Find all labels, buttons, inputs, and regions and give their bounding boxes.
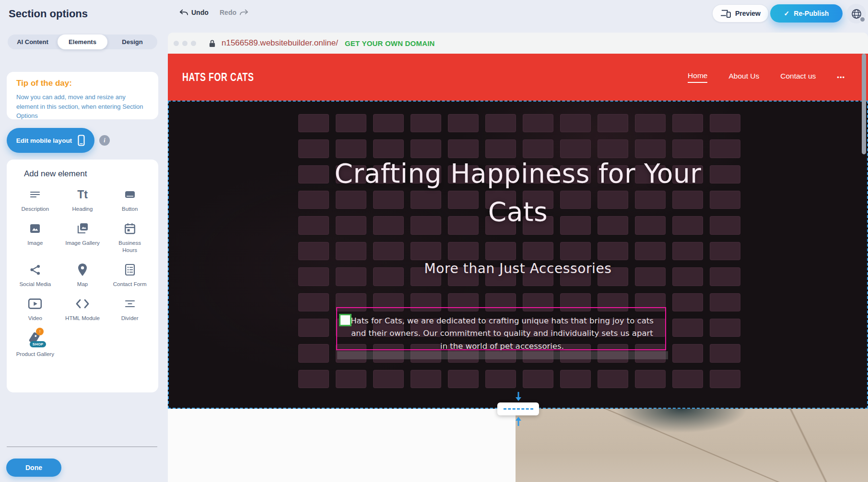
element-grid: Description Tt Heading Button Image (12, 187, 153, 358)
hero-tile (298, 267, 329, 286)
redo-icon (240, 9, 248, 16)
hero-tile (710, 344, 740, 362)
hero-tile (336, 370, 366, 388)
hero-tile (710, 370, 740, 388)
hero-tile (448, 114, 479, 132)
browser-bar: n1566589.websitebuilder.online/ GET YOUR… (168, 33, 868, 54)
upgrade-arrow-badge: ↑ (36, 328, 44, 335)
redo-button[interactable]: Redo (220, 9, 248, 16)
hero-paragraph[interactable]: Hats for Cats, we are dedicated to craft… (351, 315, 654, 353)
hero-tile (672, 293, 703, 311)
nav-home[interactable]: Home (688, 71, 707, 83)
site-logo[interactable]: HATS FOR CATS (182, 70, 254, 84)
hero-tile (373, 114, 404, 132)
nav-contact-us[interactable]: Contact us (780, 72, 816, 82)
hero-tile (523, 114, 553, 132)
nav-about-us[interactable]: About Us (728, 72, 759, 82)
tab-ai-content[interactable]: AI Content (8, 34, 58, 49)
edit-mobile-layout-button[interactable]: Edit mobile layout (7, 128, 94, 153)
selected-text-element[interactable]: Hats for Cats, we are dedicated to craft… (336, 307, 666, 350)
video-icon (28, 297, 42, 311)
globe-status-dot (859, 16, 866, 23)
social-media-icon (29, 263, 41, 277)
tab-design[interactable]: Design (107, 34, 157, 49)
map-icon (77, 263, 88, 277)
hero-heading[interactable]: Crafting Happiness for Your Cats (321, 154, 715, 231)
hero-tile (560, 114, 591, 132)
add-new-element-title: Add new element (24, 169, 153, 179)
edit-mobile-layout-label: Edit mobile layout (16, 137, 72, 144)
section-resize-handle[interactable] (497, 402, 539, 415)
page-scrollbar[interactable] (862, 54, 866, 154)
element-html-module[interactable]: HTML Module (59, 297, 106, 322)
image-gallery-icon (76, 221, 89, 236)
element-heading[interactable]: Tt Heading (59, 187, 106, 213)
tip-title: Tip of the day: (16, 79, 149, 88)
element-divider[interactable]: Divider (106, 297, 153, 322)
hero-tile (298, 114, 329, 132)
nav-more-button[interactable]: ••• (837, 74, 845, 81)
hero-tile (523, 242, 553, 260)
hero-tile (598, 114, 628, 132)
element-description[interactable]: Description (12, 187, 59, 213)
get-your-own-domain-link[interactable]: GET YOUR OWN DOMAIN (345, 39, 435, 47)
hero-tile (710, 242, 740, 260)
hero-tile (336, 114, 366, 132)
hero-tile (411, 370, 441, 388)
info-icon[interactable]: i (99, 135, 110, 146)
contact-form-icon (124, 263, 136, 277)
next-section-photo[interactable] (516, 409, 868, 482)
hero-tile (373, 370, 404, 388)
hero-tile (672, 242, 703, 260)
tab-elements[interactable]: Elements (58, 34, 107, 49)
hero-tile (523, 370, 553, 388)
lock-icon (209, 39, 216, 47)
hero-tile (373, 242, 404, 260)
next-section-white[interactable] (168, 409, 516, 482)
hero-tile (485, 370, 516, 388)
button-icon (123, 187, 137, 202)
element-social-media[interactable]: Social Media (12, 263, 59, 288)
hero-tile (635, 114, 666, 132)
divider-icon (123, 297, 137, 311)
hero-tile (298, 319, 329, 337)
element-image[interactable]: Image (12, 221, 59, 254)
hero-subheading[interactable]: More than Just Accessories (350, 261, 686, 276)
site-header: HATS FOR CATS Home About Us Contact us •… (168, 54, 868, 101)
element-button[interactable]: Button (106, 187, 153, 213)
tip-body: Now you can add, move and resize any ele… (16, 92, 149, 121)
shop-badge: SHOP (30, 341, 46, 347)
element-business-hours[interactable]: Business Hours (106, 221, 153, 254)
hero-tile (598, 242, 628, 260)
undo-button[interactable]: Undo (179, 9, 209, 16)
heading-icon: Tt (77, 187, 88, 202)
element-contact-form[interactable]: Contact Form (106, 263, 153, 288)
hero-tile (298, 370, 329, 388)
hero-tile (298, 344, 329, 362)
tip-of-the-day-card: Tip of the day: Now you can add, move an… (7, 72, 158, 119)
hero-tile (411, 114, 441, 132)
element-selection-checkbox[interactable] (339, 314, 352, 326)
element-image-gallery[interactable]: Image Gallery (59, 221, 106, 254)
done-button[interactable]: Done (6, 459, 61, 477)
hero-tile (485, 114, 516, 132)
element-product-gallery[interactable]: ↑ SHOP Product Gallery (12, 331, 59, 358)
panel-tabs: AI Content Elements Design (8, 34, 157, 49)
element-map[interactable]: Map (59, 263, 106, 288)
hero-tile (411, 242, 441, 260)
page-title: Section options (9, 8, 88, 20)
element-video[interactable]: Video (12, 297, 59, 322)
language-globe-button[interactable] (846, 4, 866, 23)
republish-button[interactable]: ✓ Re-Publish (770, 4, 843, 23)
hero-section-selected[interactable]: Crafting Happiness for Your Cats More th… (168, 101, 868, 409)
site-url[interactable]: n1566589.websitebuilder.online/ (222, 38, 338, 48)
hero-tile (710, 114, 740, 132)
hero-tile (598, 370, 628, 388)
arrow-up-icon (515, 416, 522, 426)
redo-label: Redo (220, 9, 236, 16)
preview-label: Preview (735, 10, 761, 17)
hero-tile (448, 370, 479, 388)
hero-tile (560, 370, 591, 388)
preview-button[interactable]: Preview (712, 4, 769, 23)
undo-label: Undo (191, 9, 209, 16)
